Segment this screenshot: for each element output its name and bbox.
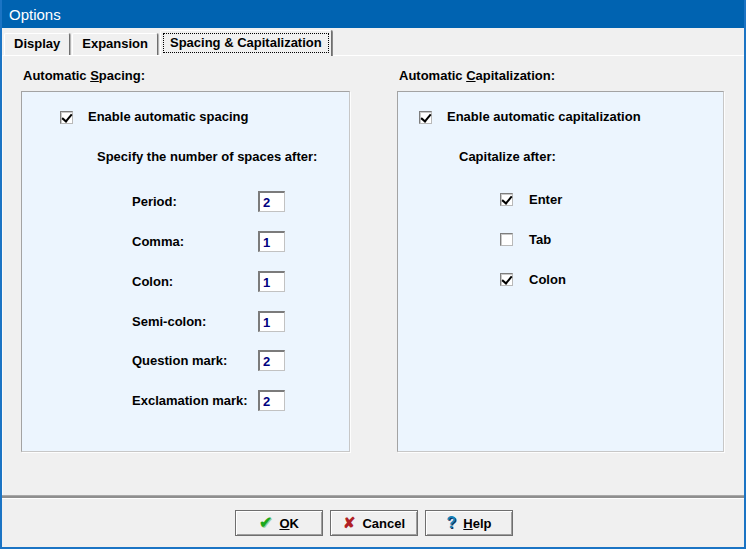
- window-title: Options: [9, 6, 61, 23]
- capitalize-enter-label[interactable]: Enter: [529, 192, 562, 207]
- exclamation-mark-spaces-input[interactable]: [258, 390, 285, 411]
- colon-label: Colon:: [132, 274, 173, 289]
- period-spaces-input[interactable]: [258, 191, 285, 212]
- label-text: Automatic: [399, 68, 466, 83]
- enable-automatic-spacing-checkbox[interactable]: [60, 111, 73, 124]
- capitalize-tab-checkbox[interactable]: [500, 233, 513, 246]
- accel-char: S: [90, 68, 99, 83]
- automatic-spacing-groupbox: Enable automatic spacing Specify the num…: [21, 91, 350, 452]
- help-button-label: Help: [463, 516, 491, 531]
- ok-button-label: OK: [279, 516, 299, 531]
- tab-strip: Display Expansion Spacing & Capitalizati…: [2, 28, 744, 55]
- label-text: apitalization:: [476, 68, 555, 83]
- spacing-instruction-label: Specify the number of spaces after:: [97, 149, 317, 164]
- x-icon: ✘: [343, 515, 356, 531]
- cancel-button[interactable]: ✘ Cancel: [330, 510, 418, 536]
- comma-spaces-input[interactable]: [258, 231, 285, 252]
- comma-label: Comma:: [132, 234, 184, 249]
- capitalize-enter-checkbox[interactable]: [500, 193, 513, 206]
- enable-automatic-capitalization-label[interactable]: Enable automatic capitalization: [447, 109, 641, 124]
- semi-colon-label: Semi-colon:: [132, 314, 206, 329]
- ok-button[interactable]: ✔ OK: [235, 510, 323, 536]
- capitalize-colon-label[interactable]: Colon: [529, 272, 566, 287]
- automatic-capitalization-groupbox: Enable automatic capitalization Capitali…: [397, 91, 724, 452]
- semi-colon-spaces-input[interactable]: [258, 311, 285, 332]
- button-panel-separator: [2, 495, 744, 499]
- accel-char: C: [466, 68, 475, 83]
- capitalize-after-label: Capitalize after:: [459, 149, 556, 164]
- label-text: Automatic: [23, 68, 90, 83]
- automatic-spacing-label: Automatic Spacing:: [23, 68, 145, 83]
- window-titlebar[interactable]: Options: [0, 0, 746, 28]
- enable-automatic-capitalization-checkbox[interactable]: [419, 111, 432, 124]
- tab-spacing-capitalization[interactable]: Spacing & Capitalization: [160, 30, 332, 56]
- options-dialog: Options Display Expansion Spacing & Capi…: [0, 0, 746, 549]
- automatic-capitalization-label: Automatic Capitalization:: [399, 68, 555, 83]
- tab-page: Automatic Spacing: Enable automatic spac…: [2, 55, 744, 496]
- question-icon: ?: [447, 515, 457, 531]
- period-label: Period:: [132, 194, 177, 209]
- colon-spaces-input[interactable]: [258, 271, 285, 292]
- capitalize-colon-checkbox[interactable]: [500, 273, 513, 286]
- cancel-button-label: Cancel: [362, 516, 405, 531]
- question-mark-label: Question mark:: [132, 353, 227, 368]
- enable-automatic-spacing-label[interactable]: Enable automatic spacing: [88, 109, 248, 124]
- exclamation-mark-label: Exclamation mark:: [132, 393, 248, 408]
- help-button[interactable]: ? Help: [425, 510, 513, 536]
- capitalize-tab-label[interactable]: Tab: [529, 232, 551, 247]
- tab-expansion[interactable]: Expansion: [72, 33, 158, 55]
- check-icon: ✔: [259, 515, 272, 531]
- question-mark-spaces-input[interactable]: [258, 350, 285, 371]
- tab-display[interactable]: Display: [4, 33, 70, 55]
- label-text: pacing:: [99, 68, 145, 83]
